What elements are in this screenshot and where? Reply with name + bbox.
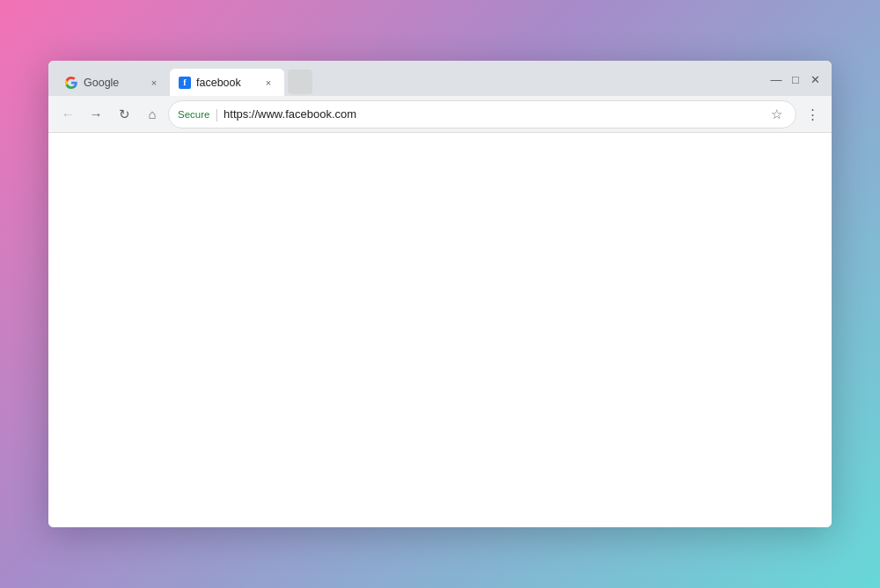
- bookmark-star-icon[interactable]: ☆: [766, 104, 787, 125]
- tab-google[interactable]: Google ×: [55, 69, 170, 96]
- tab-facebook[interactable]: f facebook ×: [170, 69, 284, 96]
- secure-badge: Secure: [178, 109, 209, 120]
- reload-button[interactable]: ↻: [112, 102, 136, 127]
- address-bar[interactable]: Secure | ☆: [168, 100, 796, 129]
- close-button[interactable]: ✕: [807, 71, 823, 87]
- facebook-tab-title: facebook: [196, 77, 256, 89]
- maximize-button[interactable]: □: [788, 71, 803, 87]
- home-button[interactable]: ⌂: [140, 102, 165, 127]
- google-tab-title: Google: [84, 77, 142, 89]
- more-menu-button[interactable]: ⋮: [800, 102, 825, 127]
- facebook-tab-close[interactable]: ×: [261, 76, 275, 90]
- url-input[interactable]: [224, 107, 760, 121]
- facebook-favicon-icon: f: [179, 77, 191, 89]
- forward-button[interactable]: →: [84, 102, 108, 127]
- google-favicon-icon: [64, 76, 78, 90]
- google-tab-close[interactable]: ×: [147, 76, 161, 90]
- window-controls: — □ ✕: [768, 68, 832, 92]
- toolbar: ← → ↻ ⌂ Secure | ☆ ⋮: [48, 96, 832, 133]
- new-tab-placeholder: [288, 70, 312, 94]
- toolbar-actions: ⋮: [800, 102, 825, 127]
- browser-window: Google × f facebook × — □ ✕ ← → ↻ ⌂ Secu…: [48, 61, 832, 527]
- tab-bar: Google × f facebook × — □ ✕: [48, 61, 832, 96]
- address-separator: |: [215, 107, 218, 121]
- minimize-button[interactable]: —: [768, 71, 784, 87]
- back-button[interactable]: ←: [55, 102, 80, 127]
- page-content: [48, 133, 832, 527]
